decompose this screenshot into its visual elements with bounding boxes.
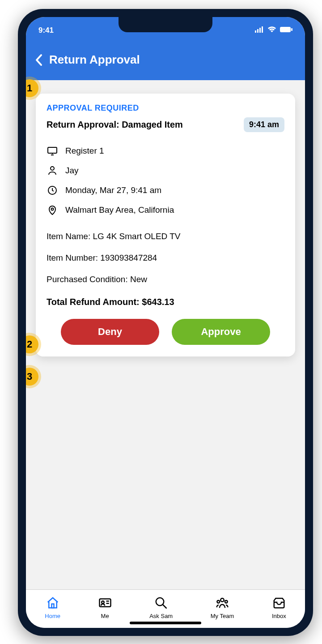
tab-inbox[interactable]: Inbox <box>272 596 286 619</box>
item-number-line: Item Number: 193093847284 <box>47 253 284 263</box>
tab-home-label: Home <box>45 613 60 619</box>
page-title: Return Approval <box>49 53 140 67</box>
time-value: Monday, Mar 27, 9:41 am <box>65 185 161 195</box>
phone-screen: 9:41 Return Approval 1 AP <box>26 17 305 628</box>
person-icon <box>47 165 58 176</box>
condition-line: Purchased Condition: New <box>47 275 284 284</box>
tab-home[interactable]: Home <box>45 596 60 619</box>
approval-required-label: APPROVAL REQUIRED <box>47 103 284 113</box>
tab-my-team-label: My Team <box>211 613 234 619</box>
item-name-line: Item Name: LG 4K Smart OLED TV <box>47 232 284 241</box>
content-area: 1 APPROVAL REQUIRED Return Approval: Dam… <box>26 80 305 589</box>
app-header: Return Approval <box>26 39 305 80</box>
callout-1: 1 <box>26 79 38 97</box>
search-icon <box>154 596 168 611</box>
card-title-row: Return Approval: Damaged Item 9:41 am <box>47 117 284 132</box>
svg-point-12 <box>102 601 104 604</box>
deny-button[interactable]: Deny <box>61 319 159 345</box>
user-value: Jay <box>65 166 79 176</box>
button-row: Deny Approve <box>47 319 284 345</box>
tab-me-label: Me <box>101 613 109 619</box>
approve-button[interactable]: Approve <box>172 319 270 345</box>
meta-register: Register 1 <box>47 141 284 161</box>
svg-point-7 <box>51 167 54 170</box>
location-value: Walmart Bay Area, California <box>65 205 174 215</box>
team-icon <box>216 596 229 611</box>
back-icon[interactable] <box>35 54 43 66</box>
tab-inbox-label: Inbox <box>272 613 286 619</box>
card-title: Return Approval: Damaged Item <box>47 120 183 130</box>
location-icon <box>47 205 58 215</box>
svg-point-19 <box>225 600 228 603</box>
svg-rect-1 <box>257 29 258 33</box>
svg-point-9 <box>51 208 54 210</box>
svg-line-16 <box>163 604 167 608</box>
svg-point-17 <box>220 598 224 602</box>
tab-me[interactable]: Me <box>98 596 112 619</box>
home-indicator[interactable] <box>130 622 201 624</box>
svg-point-18 <box>217 600 220 603</box>
svg-rect-0 <box>255 30 256 33</box>
inbox-icon <box>272 596 286 611</box>
tab-my-team[interactable]: My Team <box>211 596 234 619</box>
tab-ask-sam[interactable]: Ask Sam <box>149 596 173 619</box>
meta-time: Monday, Mar 27, 9:41 am <box>47 180 284 200</box>
approval-card: APPROVAL REQUIRED Return Approval: Damag… <box>36 94 295 356</box>
status-right <box>255 26 292 35</box>
svg-rect-10 <box>51 604 54 608</box>
clock-icon <box>47 185 58 196</box>
battery-icon <box>280 26 292 35</box>
home-icon <box>46 596 59 611</box>
svg-rect-6 <box>48 147 57 153</box>
meta-list: Register 1 Jay Monday, Mar 27, 9:41 am <box>47 141 284 220</box>
status-time: 9:41 <box>38 26 54 35</box>
total-refund-line: Total Refund Amount: $643.13 <box>47 297 284 307</box>
monitor-icon <box>47 146 58 156</box>
notch <box>119 17 212 32</box>
callout-3: 3 <box>26 368 38 386</box>
svg-rect-4 <box>280 27 291 32</box>
signal-icon <box>255 26 264 35</box>
svg-rect-2 <box>259 28 261 33</box>
meta-location: Walmart Bay Area, California <box>47 200 284 220</box>
register-value: Register 1 <box>65 146 104 156</box>
wifi-icon <box>267 26 276 35</box>
id-card-icon <box>98 596 112 611</box>
time-pill: 9:41 am <box>244 117 284 132</box>
tab-ask-sam-label: Ask Sam <box>149 613 173 619</box>
meta-user: Jay <box>47 161 284 180</box>
svg-rect-3 <box>262 26 263 33</box>
svg-rect-5 <box>291 28 292 31</box>
phone-frame: 9:41 Return Approval 1 AP <box>18 9 313 636</box>
svg-point-15 <box>156 597 164 605</box>
